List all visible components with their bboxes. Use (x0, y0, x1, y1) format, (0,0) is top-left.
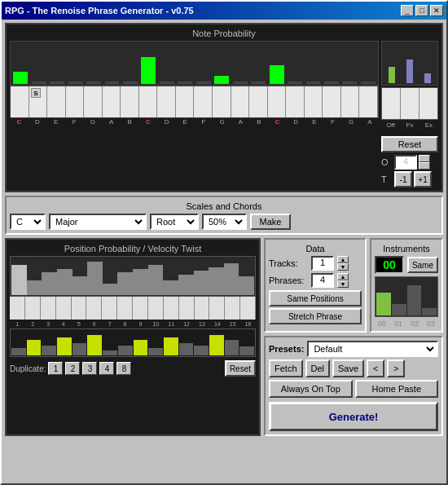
root-select[interactable]: Root 1st (150, 214, 199, 230)
dup-4-button[interactable]: 4 (99, 362, 114, 375)
pos-key-15[interactable] (225, 297, 240, 320)
o-spin-up[interactable]: ▲ (419, 155, 430, 162)
percent-select[interactable]: 50% 25% 75% 100% (202, 214, 247, 230)
extra-key-2[interactable] (401, 88, 419, 119)
key-d2[interactable] (157, 86, 176, 117)
key-g3[interactable] (341, 86, 360, 117)
instr-bar-1[interactable] (392, 304, 406, 315)
phrases-spin-down[interactable]: ▼ (337, 280, 349, 288)
o-spin-down[interactable]: ▼ (419, 162, 430, 170)
pos-bar-13[interactable] (194, 271, 209, 295)
dup-2-button[interactable]: 2 (65, 362, 80, 375)
pos-key-7[interactable] (102, 297, 117, 320)
pos-key-12[interactable] (179, 297, 195, 320)
reset-button[interactable]: Reset (381, 136, 438, 152)
pos-key-1[interactable] (10, 297, 25, 320)
pos-key-11[interactable] (164, 297, 179, 320)
phrases-input[interactable]: 4 (311, 273, 334, 288)
tracks-input[interactable]: 1 (311, 256, 334, 271)
extra-key-3[interactable] (419, 88, 437, 119)
same-positions-button[interactable]: Same Positions (269, 290, 362, 306)
dup-1-button[interactable]: 1 (48, 362, 63, 375)
key-e3[interactable] (305, 86, 323, 117)
vel-bar-11[interactable] (164, 337, 178, 355)
key-d3[interactable] (286, 86, 305, 117)
pos-key-14[interactable] (209, 297, 225, 320)
tracks-spin-up[interactable]: ▲ (337, 256, 349, 263)
dup-8-button[interactable]: 8 (116, 362, 131, 375)
key-c2[interactable] (139, 86, 158, 117)
vel-bar-16[interactable] (239, 346, 254, 355)
key-c3[interactable] (268, 86, 287, 117)
scale-select[interactable]: Major Minor Pentatonic (49, 214, 147, 230)
home-paste-button[interactable]: Home Paste (355, 380, 439, 398)
pos-bar-12[interactable] (178, 275, 194, 295)
pos-bar-1[interactable] (11, 265, 27, 295)
pos-reset-button[interactable]: Reset (225, 360, 256, 377)
key-a1[interactable] (103, 86, 121, 117)
pos-bar-14[interactable] (209, 267, 224, 296)
dup-3-button[interactable]: 3 (82, 362, 97, 375)
key-f1[interactable] (66, 86, 85, 117)
vel-bar-7[interactable] (103, 351, 117, 355)
pos-bar-15[interactable] (224, 263, 239, 295)
vel-bar-3[interactable] (42, 346, 56, 355)
pos-bar-7[interactable] (103, 284, 118, 295)
pos-bar-16[interactable] (239, 276, 254, 295)
pos-key-5[interactable] (72, 297, 87, 320)
vel-bar-12[interactable] (179, 343, 194, 356)
stretch-phrase-button[interactable]: Stretch Phrase (269, 308, 362, 324)
pos-key-9[interactable] (133, 297, 148, 320)
always-on-top-button[interactable]: Always On Top (269, 380, 353, 398)
generate-button[interactable]: Generate! (269, 402, 438, 431)
key-c1[interactable] (11, 86, 29, 117)
vel-bar-15[interactable] (225, 340, 239, 355)
key-f3[interactable] (323, 86, 341, 117)
minimize-button[interactable]: _ (401, 5, 414, 16)
key-b2[interactable] (249, 86, 268, 117)
vel-bar-14[interactable] (209, 335, 224, 355)
o-value[interactable]: 4 (394, 155, 417, 170)
t-minus-button[interactable]: -1 (394, 171, 412, 187)
maximize-button[interactable]: □ (415, 5, 428, 16)
pos-bar-8[interactable] (117, 272, 133, 295)
key-a2[interactable] (231, 86, 250, 117)
instrument-display[interactable]: 00 (375, 256, 404, 274)
vel-bar-5[interactable] (72, 343, 87, 356)
instr-bar-3[interactable] (422, 308, 437, 315)
key-a3[interactable] (359, 86, 378, 117)
next-preset-button[interactable]: > (387, 359, 405, 377)
key-select[interactable]: C C# D (10, 214, 46, 230)
pos-key-3[interactable] (41, 297, 56, 320)
vel-bar-9[interactable] (134, 340, 148, 355)
key-f2[interactable] (194, 86, 213, 117)
t-plus-button[interactable]: +1 (414, 171, 432, 187)
pos-bar-2[interactable] (27, 280, 42, 295)
extra-key-1[interactable] (382, 88, 401, 119)
prev-preset-button[interactable]: < (367, 359, 384, 377)
pos-bar-5[interactable] (72, 276, 88, 295)
pos-key-6[interactable] (86, 297, 102, 320)
pos-key-13[interactable] (195, 297, 210, 320)
tracks-spin-down[interactable]: ▼ (337, 263, 349, 271)
vel-bar-13[interactable] (194, 346, 209, 355)
fetch-button[interactable]: Fetch (269, 359, 303, 377)
close-button[interactable]: ✕ (430, 5, 443, 16)
vel-bar-1[interactable] (11, 348, 26, 355)
key-g1[interactable] (84, 86, 103, 117)
pos-bar-3[interactable] (42, 272, 57, 295)
vel-bar-6[interactable] (87, 335, 102, 355)
instr-bar-0[interactable] (376, 293, 391, 315)
key-g2[interactable] (213, 86, 231, 117)
phrases-spin-up[interactable]: ▲ (337, 273, 349, 280)
same-button[interactable]: Same (407, 257, 438, 273)
key-e2[interactable] (176, 86, 195, 117)
pos-bar-4[interactable] (57, 269, 72, 295)
key-e1[interactable] (47, 86, 66, 117)
pos-key-4[interactable] (56, 297, 72, 320)
del-button[interactable]: Del (305, 359, 331, 377)
save-button[interactable]: Save (332, 359, 364, 377)
pos-bar-6[interactable] (87, 262, 103, 295)
key-b1[interactable] (121, 86, 139, 117)
pos-key-16[interactable] (240, 297, 256, 320)
